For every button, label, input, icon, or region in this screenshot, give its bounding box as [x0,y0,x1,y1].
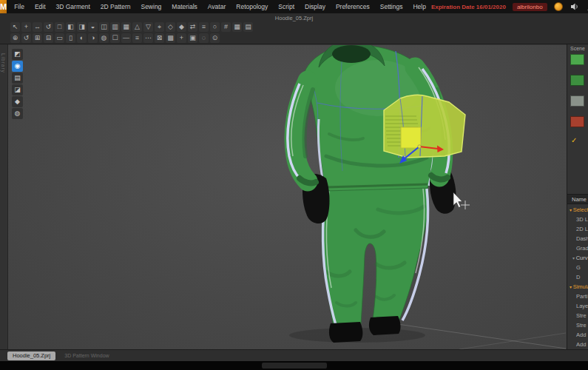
property-tree-row[interactable]: 3D L [567,215,588,224]
toolbar-icon[interactable]: ○ [210,22,220,32]
fabric-swatch[interactable] [570,95,584,107]
toolbar-icon[interactable]: ◒ [88,22,98,32]
toolbar-icon[interactable]: ↺ [44,22,53,32]
menu-item[interactable]: Preferences [331,3,375,10]
toolbar-icon[interactable]: △ [132,22,142,32]
menu-item[interactable]: File [9,3,30,10]
toolbar-icon[interactable]: ▣ [188,33,197,43]
selected-pattern-overlay[interactable] [384,95,465,158]
property-tree-row[interactable]: Selecte [567,205,588,215]
3d-viewport[interactable]: ◩ ◉ ▤ ◪ ◆ ◍ [8,44,567,349]
toolbar-icon[interactable]: ◫ [99,22,109,32]
viewport-tool-icon[interactable]: ◆ [12,96,23,107]
viewport-tool-stack: ◩ ◉ ▤ ◪ ◆ ◍ [12,49,23,119]
toolbar-icon[interactable]: ◨ [77,22,87,32]
toolbar-icon[interactable]: ≡ [132,33,142,43]
viewport-tool-icon[interactable]: ◍ [12,108,23,119]
viewport-tool-icon[interactable]: ◉ [12,61,23,72]
menu-item[interactable]: Avatar [203,3,231,10]
menu-item[interactable]: Script [273,3,300,10]
fabric-swatch[interactable] [570,75,584,86]
property-tree-row[interactable]: G [567,263,588,272]
menu-item[interactable]: Retopology [231,3,273,10]
toolbar-icon[interactable]: + [21,22,31,32]
menu-item[interactable]: Settings [375,3,408,10]
project-tab[interactable]: Hoodie_05.Zprj [7,352,55,360]
toolbar-icon[interactable]: ◌ [199,33,209,43]
app-logo: M [0,0,7,13]
fabric-swatch[interactable] [570,116,584,127]
property-tree-row[interactable]: Simulat [567,282,588,292]
menu-bar-right: Expiration Date 16/01/2020 albrilonbo ? [431,2,588,12]
user-account-badge[interactable]: albrilonbo [513,3,547,11]
toolbar-icon[interactable]: ☐ [110,33,120,43]
menu-item[interactable]: Help [408,3,430,10]
bottom-tab-bar: Hoodie_05.Zprj 3D Pattern Window [0,349,588,361]
toolbar-icon[interactable]: + [177,33,186,43]
toolbar-icon[interactable]: ⊟ [44,33,53,43]
toolbar-icon[interactable]: ▤ [243,22,253,32]
taskbar-item[interactable] [262,363,327,369]
menu-item[interactable]: Materials [166,3,202,10]
toolbar-icon[interactable]: ◧ [66,22,75,32]
toolbar-icon[interactable]: ▯ [66,33,75,43]
toolbar-icon[interactable]: ◍ [99,33,109,43]
menu-item[interactable]: 2D Pattern [95,3,136,10]
toolbar-icon[interactable]: ↺ [21,33,31,43]
toolbar-icon[interactable]: ⌖ [155,22,164,32]
property-tree-row[interactable]: D [567,272,588,282]
check-icon: ✓ [571,137,588,144]
toolbar-icon[interactable]: ↖ [10,22,20,32]
toolbar-icon[interactable]: ≡ [199,22,209,32]
menu-item[interactable]: Display [300,3,331,10]
toolbar-icon[interactable]: ⊕ [10,33,20,43]
toolbar-icon[interactable]: ⊠ [155,33,164,43]
property-tree-row[interactable]: Layer [567,301,588,311]
toolbar-icon[interactable]: ◆ [177,22,186,32]
speaker-icon[interactable] [570,2,580,12]
property-tree-row[interactable]: Grad [567,243,588,253]
toolbar-icon[interactable]: ▦ [232,22,242,32]
property-tree-row[interactable]: 2D L [567,224,588,234]
collapsed-library-panel[interactable]: Library [0,44,8,349]
menu-item[interactable]: 3D Garment [51,3,95,10]
property-tree-row[interactable]: Parti [567,292,588,301]
toolbar-icon[interactable]: ⋯ [143,33,153,43]
toolbar-icon[interactable]: ▩ [166,33,175,43]
property-tree-row[interactable]: Stre [567,320,588,330]
toolbar-icon[interactable]: ↔ [33,22,42,32]
menu-bar-items: File Edit 3D Garment 2D Pattern Sewing M… [9,0,431,13]
toolbar-row-1: ↖+↔↺□◧◨◒◫▥▦△▽⌖◇◆⇄≡○#▦▤ [10,22,253,32]
toolbar-icon[interactable]: ▦ [121,22,131,32]
pants [322,186,428,326]
property-tree-row[interactable]: Stre [567,311,588,320]
document-title: Hoodie_05.Zprj [0,15,588,21]
viewport-tool-icon[interactable]: ▤ [12,73,23,84]
toolbar-icon[interactable]: ▥ [110,22,120,32]
toolbar-icon[interactable]: ◇ [166,22,175,32]
menu-item[interactable]: Edit [30,3,51,10]
toolbar-icon[interactable]: ◑ [88,33,98,43]
viewport-tool-icon[interactable]: ◪ [12,84,23,95]
garment-3d[interactable] [288,45,456,343]
property-tree-row[interactable]: Curv [567,253,588,263]
panel-tab-label[interactable]: Scene [567,44,588,54]
fabric-swatch[interactable] [570,54,584,65]
toolbar-icon[interactable]: ▽ [143,22,153,32]
toolbar-icon[interactable]: ⊞ [33,33,42,43]
menu-item[interactable]: Sewing [135,3,166,10]
toolbar-icon[interactable]: # [221,22,231,32]
toolbar-icon[interactable]: ⇄ [188,22,197,32]
property-tree-row[interactable]: Dash [567,234,588,243]
property-tree-row[interactable]: Add [567,340,588,349]
toolbar-icon[interactable]: □ [55,22,64,32]
toolbar-icon[interactable]: ◐ [77,33,87,43]
toolbar-icon[interactable]: — [121,33,131,43]
toolbar-icon[interactable]: ⊙ [210,33,220,43]
coin-icon[interactable] [554,2,564,12]
pattern-internal-rect [401,127,421,148]
os-taskbar [0,361,588,370]
toolbar-icon[interactable]: ▭ [55,33,64,43]
property-tree-row[interactable]: Add [567,330,588,340]
viewport-tool-icon[interactable]: ◩ [12,49,23,60]
